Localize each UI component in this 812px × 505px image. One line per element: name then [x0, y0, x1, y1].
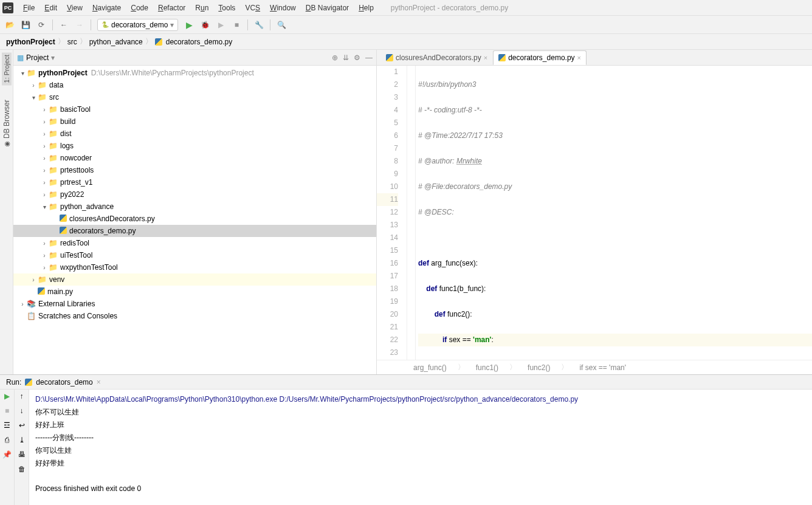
tree-ext-lib[interactable]: › 📚 External Libraries [13, 298, 376, 310]
crumb-if[interactable]: if sex == 'man' [579, 363, 626, 372]
tree-item[interactable]: ›📁redisTool [13, 237, 376, 249]
crumb-src[interactable]: src [67, 38, 77, 46]
close-icon[interactable]: × [484, 54, 487, 61]
tree-item[interactable]: ▾📁python_advance [13, 201, 376, 213]
menu-file[interactable]: File [18, 2, 40, 13]
toolbar: 📂 💾 ⟳ ← → 🐍 decorators_demo ▾ ▶ 🐞 ▶ ■ 🔧 … [0, 16, 812, 34]
tree-item[interactable]: ›📁basicTool [13, 103, 376, 115]
save-all-icon[interactable]: 💾 [21, 20, 30, 30]
run-panel: Run: decorators_demo × ▶ ■ ☲ ⎙ 📌 ↑ ↓ ↩ ⤓… [0, 374, 812, 505]
scroll-icon[interactable]: ⤓ [19, 436, 25, 444]
tab-project[interactable]: 1: Project [2, 52, 12, 85]
tree-item[interactable]: ›📁venv [13, 273, 376, 286]
filter-icon[interactable]: ⎙ [5, 436, 9, 444]
run-tools-secondary: ↑ ↓ ↩ ⤓ 🖶 🗑 [15, 390, 29, 505]
editor-tabs: closuresAndDecorators.py × decorators_de… [377, 50, 812, 66]
python-file-icon [498, 54, 506, 61]
tree-item[interactable]: ›📁uiTestTool [13, 249, 376, 261]
tree-item[interactable]: main.py [13, 286, 376, 298]
tree-item[interactable]: ›📁prtesttools [13, 164, 376, 176]
open-icon[interactable]: 📂 [5, 20, 15, 30]
layout-icon[interactable]: ☲ [4, 421, 10, 430]
tree-item[interactable]: ›📁logs [13, 140, 376, 152]
stop-icon[interactable]: ■ [5, 407, 9, 415]
settings-icon[interactable]: ⚙ [354, 53, 360, 62]
tree-item[interactable]: ›📁build [13, 115, 376, 128]
app-logo: PC [2, 2, 13, 13]
back-icon[interactable]: ← [59, 20, 69, 30]
hide-icon[interactable]: — [365, 53, 373, 62]
project-tree[interactable]: ▾ 📁 pythonProject D:\Users\Mr.White\Pych… [13, 66, 376, 374]
rerun-icon[interactable]: ▶ [4, 392, 10, 400]
menu-edit[interactable]: Edit [40, 2, 62, 13]
menu-refactor[interactable]: Refactor [153, 2, 190, 13]
menu-navigate[interactable]: Navigate [88, 2, 126, 13]
crumb-func1[interactable]: func1() [476, 363, 498, 372]
menu-window[interactable]: Window [265, 2, 301, 13]
collapse-icon[interactable]: ⇊ [343, 53, 349, 62]
tab-decorators[interactable]: decorators_demo.py × [493, 50, 587, 65]
run-config-selector[interactable]: 🐍 decorators_demo ▾ [97, 19, 178, 31]
menu-tools[interactable]: Tools [213, 2, 240, 13]
menu-view[interactable]: View [62, 2, 88, 13]
run-button[interactable]: ▶ [184, 20, 194, 30]
tree-item[interactable]: ›📁dist [13, 128, 376, 140]
close-icon[interactable]: × [577, 54, 581, 61]
line-gutter[interactable]: 1234567891011121314151617181920212223 [377, 66, 407, 360]
menu-code[interactable]: Code [126, 2, 153, 13]
python-file-icon [25, 379, 32, 386]
tree-item[interactable]: ›📁wxpythonTestTool [13, 261, 376, 273]
crumb-func2[interactable]: func2() [528, 363, 550, 372]
tab-dbbrowser[interactable]: ◉ DB Browser [1, 97, 12, 151]
up-icon[interactable]: ↑ [20, 392, 24, 400]
tree-item[interactable]: ▾📁src [13, 91, 376, 103]
tree-item[interactable]: closuresAndDecorators.py [13, 213, 376, 225]
menu-dbnav[interactable]: DB Navigator [301, 2, 354, 13]
editor-area: closuresAndDecorators.py × decorators_de… [377, 50, 812, 374]
tree-item[interactable]: ›📁py2022 [13, 188, 376, 201]
run-output[interactable]: D:\Users\Mr.White\AppData\Local\Programs… [29, 390, 812, 505]
tree-scratches[interactable]: 📋 Scratches and Consoles [13, 310, 376, 322]
crumb-pkg[interactable]: python_advance [89, 38, 143, 46]
left-tool-gutter: 1: Project ◉ DB Browser [0, 50, 13, 374]
wrench-icon[interactable]: 🔧 [254, 20, 264, 30]
run-label: Run: [6, 378, 21, 386]
print-icon[interactable]: 🖶 [18, 450, 26, 459]
menu-vcs[interactable]: VCS [240, 2, 265, 13]
tree-item[interactable]: decorators_demo.py [13, 225, 376, 237]
target-icon[interactable]: ⊕ [332, 53, 338, 62]
wrap-icon[interactable]: ↩ [19, 421, 25, 430]
menu-run[interactable]: Run [190, 2, 213, 13]
project-title[interactable]: Project [26, 53, 49, 62]
tree-item[interactable]: ›📁nowcoder [13, 152, 376, 164]
window-title: pythonProject - decorators_demo.py [391, 4, 508, 12]
forward-icon[interactable]: → [75, 20, 84, 30]
coverage-icon[interactable]: ▶ [216, 20, 225, 30]
crumb-root[interactable]: pythonProject [6, 38, 55, 46]
editor-breadcrumb: arg_func()〉 func1()〉 func2()〉 if sex == … [377, 360, 812, 374]
tree-item[interactable]: ›📁prtrest_v1 [13, 176, 376, 188]
debug-button[interactable]: 🐞 [200, 20, 210, 30]
pin-icon[interactable]: 📌 [2, 450, 12, 459]
run-config-name: decorators_demo [111, 21, 168, 29]
python-file-icon [155, 38, 162, 46]
breadcrumb: pythonProject 〉 src 〉 python_advance 〉 d… [0, 34, 812, 50]
trash-icon[interactable]: 🗑 [18, 465, 26, 473]
tab-closures[interactable]: closuresAndDecorators.py × [380, 50, 493, 65]
close-icon[interactable]: × [97, 378, 101, 386]
sync-icon[interactable]: ⟳ [36, 20, 46, 30]
menu-help[interactable]: Help [354, 2, 379, 13]
project-panel: ▦ Project ▾ ⊕ ⇊ ⚙ — ▾ 📁 pythonProject D:… [13, 50, 377, 374]
search-icon[interactable]: 🔍 [277, 20, 286, 30]
crumb-func[interactable]: arg_func() [413, 363, 447, 372]
menubar: PC File Edit View Navigate Code Refactor… [0, 0, 812, 16]
tree-root[interactable]: ▾ 📁 pythonProject D:\Users\Mr.White\Pych… [13, 67, 376, 79]
run-tab-name[interactable]: decorators_demo [36, 378, 92, 386]
down-icon[interactable]: ↓ [20, 407, 24, 415]
tree-item[interactable]: ›📁data [13, 79, 376, 91]
run-tools-primary: ▶ ■ ☲ ⎙ 📌 [0, 390, 15, 505]
stop-button[interactable]: ■ [232, 20, 241, 30]
crumb-file[interactable]: decorators_demo.py [166, 38, 232, 46]
code-editor[interactable]: #!/usr/bin/python3 # -*- coding:utf-8 -*… [416, 66, 812, 360]
fold-gutter[interactable] [407, 66, 416, 360]
